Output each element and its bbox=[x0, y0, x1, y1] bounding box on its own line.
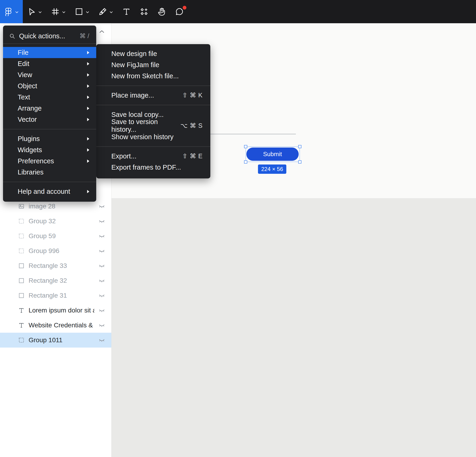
menu-item-vector[interactable]: Vector bbox=[3, 114, 96, 125]
resources-tool[interactable] bbox=[135, 0, 153, 23]
rectangle-icon bbox=[18, 277, 25, 284]
selection-handle[interactable] bbox=[298, 145, 301, 148]
menu-item-view[interactable]: View bbox=[3, 69, 96, 80]
chevron-up-icon[interactable] bbox=[99, 30, 104, 33]
menu-item-label: Vector bbox=[18, 116, 87, 123]
submenu-item-save-to-version-history[interactable]: Save to version history... ⌥ ⌘ S bbox=[96, 120, 210, 131]
hidden-eye-icon[interactable] bbox=[98, 292, 105, 299]
move-tool[interactable] bbox=[23, 0, 46, 23]
selection-handle[interactable] bbox=[244, 145, 247, 148]
submenu-item-label: Place image... bbox=[111, 92, 182, 99]
submenu-arrow-icon bbox=[87, 73, 90, 77]
comment-icon bbox=[175, 7, 184, 16]
menu-item-libraries[interactable]: Libraries bbox=[3, 167, 96, 178]
chevron-down-icon[interactable] bbox=[85, 10, 89, 14]
search-icon bbox=[9, 33, 15, 39]
layer-row-group-59[interactable]: Group 59 bbox=[0, 228, 111, 244]
text-icon bbox=[18, 322, 25, 329]
menu-item-help-and-account[interactable]: Help and account bbox=[3, 186, 96, 197]
pen-tool[interactable] bbox=[94, 0, 118, 23]
chevron-down-icon[interactable] bbox=[38, 10, 42, 14]
menu-item-preferences[interactable]: Preferences bbox=[3, 155, 96, 167]
submenu-item-place-image[interactable]: Place image... ⇧ ⌘ K bbox=[96, 90, 210, 101]
menu-item-label: Libraries bbox=[18, 169, 90, 176]
hand-tool[interactable] bbox=[153, 0, 170, 23]
layer-name: Rectangle 33 bbox=[29, 262, 94, 270]
menu-item-object[interactable]: Object bbox=[3, 80, 96, 92]
text-tool[interactable] bbox=[118, 0, 135, 23]
menu-item-plugins[interactable]: Plugins bbox=[3, 133, 96, 144]
submenu-item-export[interactable]: Export... ⇧ ⌘ E bbox=[96, 151, 210, 162]
shape-tool[interactable] bbox=[70, 0, 94, 23]
submenu-item-label: New design file bbox=[111, 50, 203, 58]
layer-row-website-credentials-faq[interactable]: Website Credentials & FAQ bbox=[0, 318, 111, 333]
menu-item-label: Text bbox=[18, 93, 87, 101]
menu-item-edit[interactable]: Edit bbox=[3, 58, 96, 69]
submenu-arrow-icon bbox=[87, 62, 90, 66]
menu-item-text[interactable]: Text bbox=[3, 92, 96, 103]
layer-row-lorem-ipsum-dolor-sit-amet-c[interactable]: Lorem ipsum dolor sit amet, c... bbox=[0, 303, 111, 318]
layer-row-rectangle-31[interactable]: Rectangle 31 bbox=[0, 288, 111, 303]
quick-actions-shortcut: ⌘ / bbox=[79, 32, 89, 40]
layer-row-group-996[interactable]: Group 996 bbox=[0, 244, 111, 258]
image-icon bbox=[18, 203, 25, 210]
menu-item-label: Plugins bbox=[18, 135, 87, 143]
menu-item-arrange[interactable]: Arrange bbox=[3, 103, 96, 114]
rectangle-icon bbox=[18, 292, 25, 299]
hidden-eye-icon[interactable] bbox=[98, 233, 105, 239]
submenu-arrow-icon bbox=[87, 159, 90, 163]
layer-row-rectangle-32[interactable]: Rectangle 32 bbox=[0, 273, 111, 288]
hidden-eye-icon[interactable] bbox=[98, 203, 105, 210]
main-menu-button[interactable] bbox=[0, 0, 23, 23]
layer-name: Group 1011 bbox=[29, 336, 94, 344]
rectangle-icon bbox=[75, 7, 84, 16]
menu-item-label: View bbox=[18, 71, 87, 79]
submenu-item-label: Export... bbox=[111, 152, 182, 160]
hand-icon bbox=[157, 7, 166, 16]
selection-handle[interactable] bbox=[244, 160, 247, 164]
hidden-eye-icon[interactable] bbox=[98, 322, 105, 329]
submenu-item-shortcut: ⇧ ⌘ K bbox=[182, 92, 203, 99]
menu-item-widgets[interactable]: Widgets bbox=[3, 144, 96, 155]
layer-row-group-32[interactable]: Group 32 bbox=[0, 214, 111, 228]
submenu-item-new-from-sketch-file[interactable]: New from Sketch file... bbox=[96, 70, 210, 82]
menu-item-label: Edit bbox=[18, 60, 87, 68]
submenu-item-new-design-file[interactable]: New design file bbox=[96, 48, 210, 59]
menu-item-file[interactable]: File bbox=[3, 47, 96, 58]
submenu-item-export-frames-to-pdf[interactable]: Export frames to PDF... bbox=[96, 162, 210, 173]
chevron-down-icon[interactable] bbox=[62, 10, 66, 14]
figma-logo-icon bbox=[4, 7, 13, 16]
submenu-arrow-icon bbox=[87, 84, 90, 88]
submenu-arrow-icon bbox=[87, 118, 90, 121]
hidden-eye-icon[interactable] bbox=[98, 247, 105, 254]
menu-item-label: Help and account bbox=[18, 188, 87, 195]
layer-row-group-1011[interactable]: Group 1011 bbox=[0, 333, 111, 347]
submenu-arrow-icon bbox=[87, 137, 90, 141]
chevron-down-icon[interactable] bbox=[109, 10, 113, 14]
hidden-eye-icon[interactable] bbox=[98, 277, 105, 284]
hidden-eye-icon[interactable] bbox=[98, 218, 105, 225]
submenu-item-label: New from Sketch file... bbox=[111, 72, 203, 80]
hidden-eye-icon[interactable] bbox=[98, 262, 105, 269]
dimension-badge: 224 × 56 bbox=[258, 164, 286, 174]
frame-tool[interactable] bbox=[46, 0, 70, 23]
layer-name: Rectangle 32 bbox=[29, 277, 94, 284]
comment-tool[interactable] bbox=[170, 0, 188, 23]
layer-name: Lorem ipsum dolor sit amet, c... bbox=[29, 307, 94, 314]
submit-button[interactable]: Submit bbox=[246, 148, 299, 161]
selection-handle[interactable] bbox=[298, 160, 301, 164]
quick-actions-item[interactable]: Quick actions... ⌘ / bbox=[3, 29, 96, 44]
quick-actions-label: Quick actions... bbox=[19, 32, 76, 40]
group-icon bbox=[18, 218, 25, 224]
layer-name: Rectangle 31 bbox=[29, 292, 94, 299]
chevron-down-icon[interactable] bbox=[15, 10, 19, 14]
hidden-eye-icon[interactable] bbox=[98, 307, 105, 314]
submenu-item-shortcut: ⌥ ⌘ S bbox=[180, 122, 203, 129]
submenu-item-new-figjam-file[interactable]: New FigJam file bbox=[96, 59, 210, 70]
hidden-eye-icon[interactable] bbox=[98, 337, 105, 344]
submenu-arrow-icon bbox=[87, 95, 90, 99]
submenu-item-show-version-history[interactable]: Show version history bbox=[96, 131, 210, 143]
canvas-divider-line bbox=[210, 134, 296, 134]
text-icon bbox=[18, 307, 25, 314]
layer-row-rectangle-33[interactable]: Rectangle 33 bbox=[0, 258, 111, 273]
